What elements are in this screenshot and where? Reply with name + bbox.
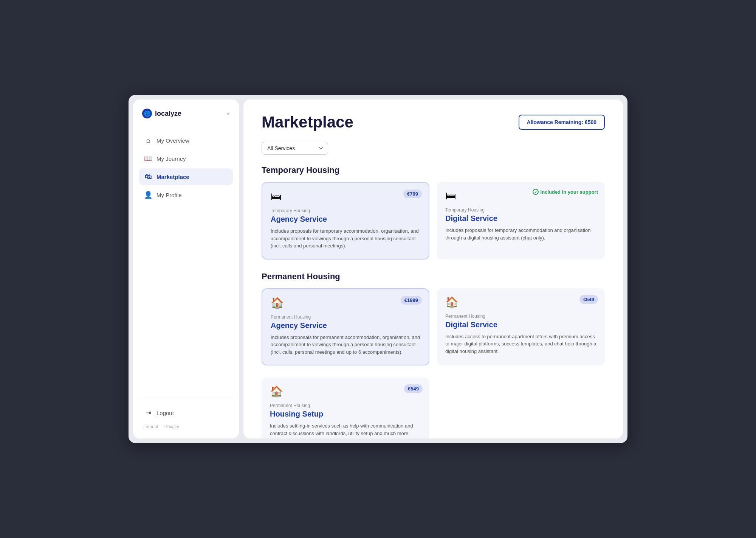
- card-category: Permanent Housing: [445, 314, 596, 319]
- sidebar-item-label: My Profile: [156, 192, 182, 198]
- card-temp-digital[interactable]: ✓ Included in your support 🛏 Temporary H…: [437, 182, 605, 260]
- sidebar: 🌐 localyze « ⌂ My Overview 📖 My Journey …: [133, 100, 239, 438]
- section-temporary-housing: Temporary Housing €799 🛏 Temporary Housi…: [262, 165, 605, 260]
- included-check-icon: ✓: [533, 189, 539, 195]
- permanent-housing-extra-cards: €549 🏠 Permanent Housing Housing Setup I…: [262, 378, 605, 438]
- card-name: Digital Service: [445, 214, 596, 223]
- logout-button[interactable]: ⇥ Logout: [139, 405, 233, 420]
- card-description: Includes access to permanent apartment o…: [445, 333, 596, 355]
- logo-icon: 🌐: [142, 109, 152, 118]
- profile-icon: 👤: [144, 191, 152, 199]
- card-icon: 🏠: [445, 296, 596, 308]
- included-badge: ✓ Included in your support: [533, 189, 598, 195]
- collapse-button[interactable]: «: [226, 110, 230, 117]
- allowance-badge: Allowance Remaining: €500: [519, 115, 605, 130]
- card-price: €1999: [401, 296, 422, 305]
- privacy-link[interactable]: Privacy: [164, 424, 179, 429]
- imprint-link[interactable]: Imprint: [144, 424, 158, 429]
- sidebar-item-journey[interactable]: 📖 My Journey: [139, 150, 233, 167]
- nav-items: ⌂ My Overview 📖 My Journey 🛍 Marketplace…: [139, 132, 233, 393]
- sidebar-item-overview[interactable]: ⌂ My Overview: [139, 132, 233, 149]
- card-icon: 🏠: [270, 385, 421, 398]
- sidebar-item-label: My Journey: [156, 155, 186, 162]
- card-perm-agency[interactable]: €1999 🏠 Permanent Housing Agency Service…: [262, 288, 429, 366]
- card-icon: 🛏: [271, 190, 420, 203]
- card-price: €549: [404, 384, 423, 393]
- main-content: Marketplace Allowance Remaining: €500 Al…: [243, 100, 623, 438]
- footer-links: Imprint Privacy: [139, 420, 233, 429]
- card-category: Permanent Housing: [271, 314, 420, 320]
- sidebar-item-profile[interactable]: 👤 My Profile: [139, 187, 233, 203]
- card-description: Includes settling-in services such as he…: [270, 422, 421, 437]
- sidebar-item-label: My Overview: [156, 137, 189, 144]
- page-title: Marketplace: [262, 113, 353, 131]
- sidebar-item-marketplace[interactable]: 🛍 Marketplace: [139, 168, 233, 185]
- card-price: €549: [579, 295, 598, 304]
- service-filter[interactable]: All Services Temporary Housing Permanent…: [262, 142, 328, 155]
- card-description: Includes proposals for temporary accommo…: [445, 227, 596, 241]
- filter-row: All Services Temporary Housing Permanent…: [262, 142, 605, 155]
- card-icon: 🏠: [271, 297, 420, 309]
- included-text: Included in your support: [541, 189, 598, 195]
- card-temp-agency[interactable]: €799 🛏 Temporary Housing Agency Service …: [262, 182, 429, 260]
- journey-icon: 📖: [144, 155, 152, 162]
- main-header: Marketplace Allowance Remaining: €500: [262, 113, 605, 131]
- section-title-permanent: Permanent Housing: [262, 272, 605, 281]
- card-name: Housing Setup: [270, 410, 421, 418]
- section-permanent-housing: Permanent Housing €1999 🏠 Permanent Hous…: [262, 272, 605, 439]
- permanent-housing-cards: €1999 🏠 Permanent Housing Agency Service…: [262, 288, 605, 366]
- card-perm-digital[interactable]: €549 🏠 Permanent Housing Digital Service…: [437, 288, 605, 366]
- card-category: Temporary Housing: [271, 208, 420, 213]
- card-name: Digital Service: [445, 320, 596, 329]
- logo: 🌐 localyze: [142, 109, 181, 118]
- card-category: Permanent Housing: [270, 403, 421, 408]
- sidebar-bottom: ⇥ Logout Imprint Privacy: [139, 399, 233, 429]
- card-category: Temporary Housing: [445, 207, 596, 213]
- card-name: Agency Service: [271, 321, 420, 330]
- overview-icon: ⌂: [144, 137, 152, 144]
- logout-icon: ⇥: [144, 409, 152, 417]
- card-name: Agency Service: [271, 215, 420, 224]
- logout-label: Logout: [156, 410, 174, 416]
- card-description: Includes proposals for temporary accommo…: [271, 227, 420, 250]
- temporary-housing-cards: €799 🛏 Temporary Housing Agency Service …: [262, 182, 605, 260]
- section-title-temporary: Temporary Housing: [262, 165, 605, 175]
- sidebar-item-label: Marketplace: [156, 174, 189, 180]
- card-price: €799: [403, 190, 422, 198]
- logo-row: 🌐 localyze «: [139, 109, 233, 118]
- card-perm-setup[interactable]: €549 🏠 Permanent Housing Housing Setup I…: [262, 378, 429, 438]
- card-description: Includes proposals for permanent accommo…: [271, 334, 420, 356]
- marketplace-icon: 🛍: [144, 173, 152, 180]
- logo-text: localyze: [155, 110, 181, 118]
